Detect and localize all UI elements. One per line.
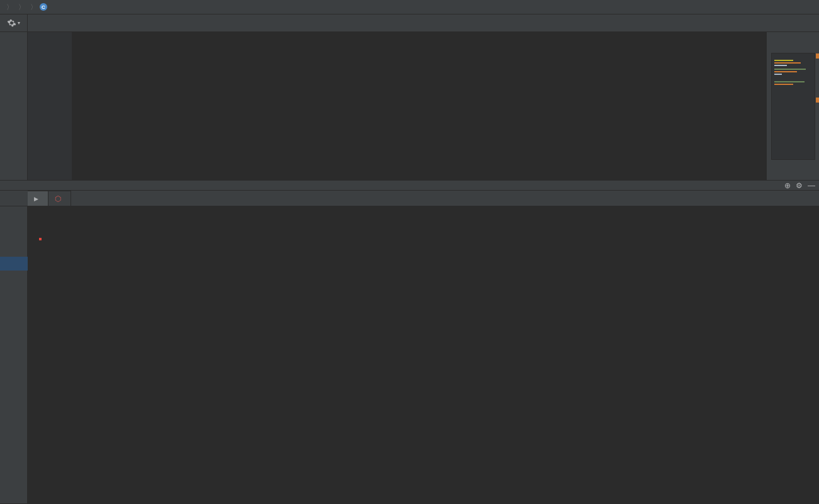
code-area[interactable] [72,32,766,180]
minimap-panel [766,32,819,180]
gear-icon [7,18,16,28]
editor-left-stripe [0,32,28,180]
highlight-box [39,238,42,240]
class-icon: C [40,3,47,11]
breadcrumb[interactable]: 〉 〉 〉 C [0,0,819,14]
chevron-right-icon: 〉 [30,3,37,12]
editor-settings-button[interactable]: ▾ [0,14,28,31]
target-icon[interactable]: ⊕ [784,181,791,190]
console-panel [0,206,819,503]
chevron-right-icon: 〉 [6,3,13,12]
minimize-icon[interactable]: — [808,181,815,190]
tab-console[interactable]: ▶ [28,191,48,206]
tab-endpoints[interactable]: ⬡ [48,191,71,206]
selection-marker [0,257,28,271]
editor-bottom-toolbar: ⊕ ⚙ — [0,181,819,191]
code-editor[interactable] [0,32,819,181]
console-output[interactable] [28,206,819,503]
gear-icon[interactable]: ⚙ [796,181,803,190]
minimap[interactable] [771,53,815,160]
gutter-icons [58,32,72,180]
play-icon: ▶ [34,196,38,202]
actuator-icon: ⬡ [55,194,61,203]
line-number-gutter [28,32,58,180]
console-left-stripe [0,206,28,503]
console-tabbar: ▶ ⬡ [0,191,819,206]
chevron-right-icon: 〉 [18,3,25,12]
editor-tabbar: ▾ [0,14,819,32]
